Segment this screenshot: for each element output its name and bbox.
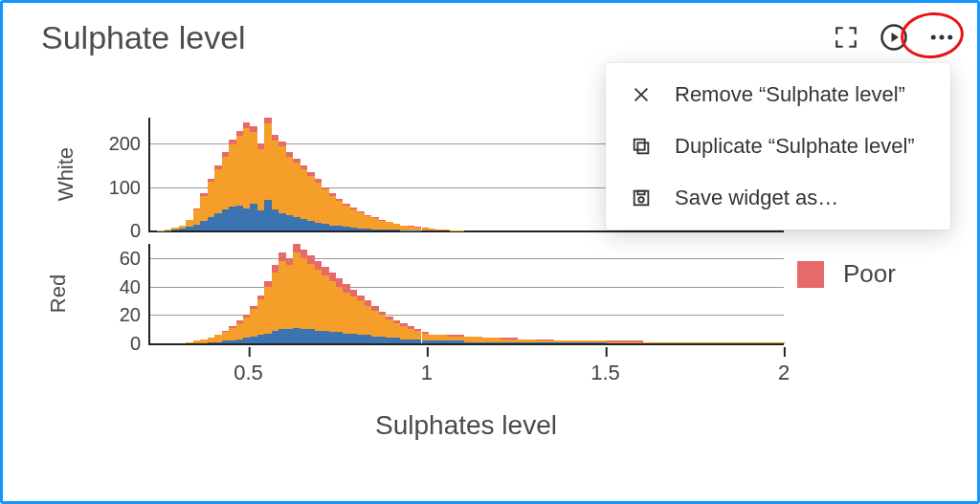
- plot-panel: [148, 244, 784, 345]
- x-tick: 2: [778, 357, 790, 385]
- svg-rect-8: [637, 191, 644, 195]
- duplicate-icon: [629, 134, 654, 159]
- y-axis-ticks: 0100200: [95, 118, 148, 230]
- x-axis: Sulphates level 0.511.52: [148, 357, 784, 395]
- save-icon: [629, 186, 654, 210]
- run-icon[interactable]: [878, 21, 910, 54]
- menu-duplicate[interactable]: Duplicate “Sulphate level”: [606, 121, 950, 172]
- legend-swatch-poor: [797, 261, 824, 288]
- svg-rect-4: [637, 142, 648, 153]
- y-axis-ticks: 0204060: [95, 244, 148, 343]
- x-axis-label: Sulphates level: [375, 410, 557, 441]
- menu-remove-label: Remove “Sulphate level”: [675, 82, 905, 107]
- menu-save[interactable]: Save widget as…: [606, 172, 950, 224]
- more-menu: Remove “Sulphate level” Duplicate “Sulph…: [606, 63, 950, 230]
- menu-save-label: Save widget as…: [675, 186, 838, 210]
- legend-label-poor: Poor: [843, 259, 896, 289]
- chart-widget: Sulphate level: [0, 0, 980, 504]
- svg-rect-5: [635, 140, 645, 150]
- expand-icon[interactable]: [830, 21, 862, 54]
- widget-header: Sulphate level: [41, 14, 958, 60]
- menu-remove[interactable]: Remove “Sulphate level”: [606, 69, 950, 121]
- svg-point-7: [638, 197, 644, 203]
- header-actions: [830, 21, 958, 54]
- more-icon[interactable]: [925, 21, 958, 54]
- legend: Poor: [797, 259, 896, 289]
- facet-red: Red0204060: [95, 244, 784, 343]
- facet-label: Red: [46, 274, 71, 313]
- menu-duplicate-label: Duplicate “Sulphate level”: [675, 134, 915, 159]
- svg-point-2: [940, 35, 945, 40]
- x-tick: 1.5: [590, 357, 620, 385]
- svg-point-3: [947, 35, 952, 40]
- svg-point-1: [931, 35, 936, 40]
- x-tick: 1: [421, 357, 433, 385]
- x-tick: 0.5: [234, 357, 263, 385]
- facet-label: White: [54, 147, 78, 201]
- close-icon: [629, 82, 654, 107]
- widget-title: Sulphate level: [41, 19, 830, 56]
